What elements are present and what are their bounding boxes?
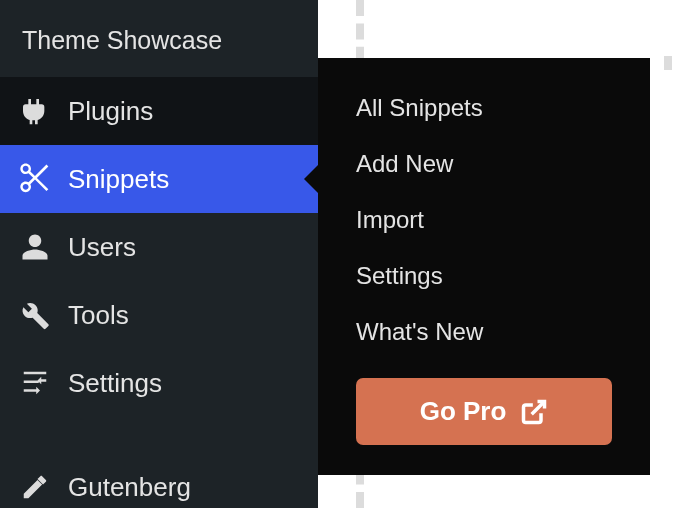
tools-icon [18, 298, 52, 332]
sidebar-item-gutenberg[interactable]: Gutenberg [0, 453, 318, 508]
go-pro-label: Go Pro [420, 396, 507, 427]
sidebar-item-label: Settings [68, 368, 162, 399]
sidebar-item-label: Gutenberg [68, 472, 191, 503]
submenu-item-import[interactable]: Import [318, 192, 650, 248]
decorative-dash [664, 56, 672, 70]
submenu-item-whats-new[interactable]: What's New [318, 304, 650, 360]
settings-icon [18, 366, 52, 400]
svg-line-0 [532, 401, 545, 414]
submenu-item-add-new[interactable]: Add New [318, 136, 650, 192]
admin-sidebar: Theme Showcase Plugins Snippets Users To… [0, 0, 318, 508]
sidebar-item-label: Plugins [68, 96, 153, 127]
theme-showcase-link[interactable]: Theme Showcase [0, 0, 318, 77]
snippets-submenu: All Snippets Add New Import Settings Wha… [318, 58, 650, 475]
sidebar-item-plugins[interactable]: Plugins [0, 77, 318, 145]
snippets-icon [18, 162, 52, 196]
sidebar-divider [0, 417, 318, 453]
sidebar-item-label: Tools [68, 300, 129, 331]
submenu-item-settings[interactable]: Settings [318, 248, 650, 304]
sidebar-item-label: Users [68, 232, 136, 263]
sidebar-item-snippets[interactable]: Snippets [0, 145, 318, 213]
gutenberg-icon [18, 470, 52, 504]
sidebar-item-label: Snippets [68, 164, 169, 195]
submenu-item-all-snippets[interactable]: All Snippets [318, 80, 650, 136]
external-link-icon [520, 398, 548, 426]
sidebar-item-users[interactable]: Users [0, 213, 318, 281]
sidebar-item-settings[interactable]: Settings [0, 349, 318, 417]
plugins-icon [18, 94, 52, 128]
users-icon [18, 230, 52, 264]
sidebar-item-tools[interactable]: Tools [0, 281, 318, 349]
go-pro-button[interactable]: Go Pro [356, 378, 612, 445]
